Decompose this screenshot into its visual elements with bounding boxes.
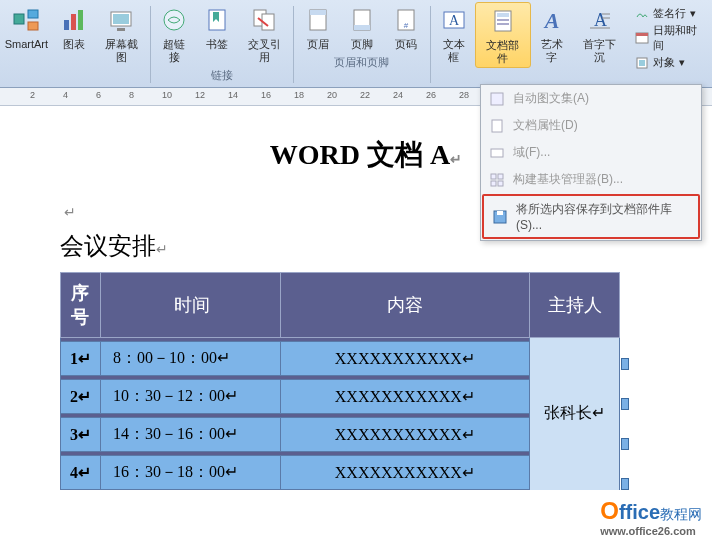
ruler-mark: 12 — [195, 90, 205, 100]
cell-content[interactable]: XXXXXXXXXXX↵ — [280, 380, 530, 414]
links-group-label: 链接 — [153, 66, 291, 87]
svg-rect-38 — [498, 174, 503, 179]
cell-num[interactable]: 4↵ — [61, 456, 101, 490]
svg-rect-37 — [491, 174, 496, 179]
watermark-logo: Office教程网 www.office26.com — [600, 497, 702, 537]
svg-rect-31 — [636, 33, 648, 36]
header-time: 时间 — [100, 273, 280, 338]
cell-time[interactable]: 14：30－16：00↵ — [100, 418, 280, 452]
quickparts-dropdown: 自动图文集(A) 文档属性(D) 域(F)... 构建基块管理器(B)... 将… — [480, 84, 702, 241]
svg-point-9 — [164, 10, 184, 30]
field-icon — [489, 145, 505, 161]
dropcap-button[interactable]: A 首字下沉 — [573, 2, 626, 68]
footer-button[interactable]: 页脚 — [340, 2, 384, 53]
footer-icon — [346, 4, 378, 36]
cell-num[interactable]: 2↵ — [61, 380, 101, 414]
menu-field[interactable]: 域(F)... — [481, 139, 701, 166]
svg-rect-34 — [491, 93, 503, 105]
wordart-icon: A — [536, 4, 568, 36]
schedule-table: 序号 时间 内容 主持人 张科长↵ 1↵ 8：00－10：00↵ XXXXXXX… — [60, 272, 620, 490]
datetime-label: 日期和时间 — [653, 23, 704, 53]
save-icon — [492, 209, 508, 225]
header-label: 页眉 — [307, 38, 329, 51]
svg-text:A: A — [594, 10, 607, 30]
chart-icon — [58, 4, 90, 36]
crossref-label: 交叉引用 — [244, 38, 285, 64]
svg-rect-35 — [492, 120, 502, 132]
bookmark-button[interactable]: 书签 — [196, 2, 238, 66]
ruler-mark: 18 — [294, 90, 304, 100]
ruler-mark: 2 — [30, 90, 35, 100]
wordart-button[interactable]: A 艺术字 — [531, 2, 574, 68]
cell-num[interactable]: 1↵ — [61, 342, 101, 376]
svg-rect-2 — [28, 22, 38, 30]
watermark-suffix: 教程网 — [660, 506, 702, 522]
menu-field-label: 域(F)... — [513, 144, 550, 161]
svg-rect-5 — [78, 10, 83, 30]
svg-text:A: A — [449, 13, 460, 28]
header-button[interactable]: 页眉 — [296, 2, 340, 53]
svg-rect-4 — [71, 14, 76, 30]
pagenum-label: 页码 — [395, 38, 417, 51]
quickparts-label: 文档部件 — [482, 39, 523, 65]
quickparts-button[interactable]: 文档部件 — [475, 2, 530, 68]
datetime-button[interactable]: 日期和时间 — [635, 23, 704, 53]
menu-bborganizer-label: 构建基块管理器(B)... — [513, 171, 623, 188]
screenshot-button[interactable]: 屏幕截图 — [95, 2, 148, 66]
ribbon: SmartArt 图表 屏幕截图 超链接 — [0, 0, 712, 88]
illustrations-group-label — [0, 66, 148, 72]
menu-autotext[interactable]: 自动图文集(A) — [481, 85, 701, 112]
svg-rect-33 — [639, 60, 645, 66]
watermark-o: O — [600, 497, 619, 524]
chart-button[interactable]: 图表 — [53, 2, 95, 66]
host-cell[interactable]: 张科长↵ — [530, 338, 620, 490]
chevron-down-icon: ▾ — [679, 56, 685, 69]
pagenum-icon: # — [390, 4, 422, 36]
docprops-icon — [489, 118, 505, 134]
signature-label: 签名行 — [653, 6, 686, 21]
cell-time[interactable]: 10：30－12：00↵ — [100, 380, 280, 414]
smartart-button[interactable]: SmartArt — [0, 2, 53, 66]
textbox-button[interactable]: A 文本框 — [433, 2, 476, 68]
ruler-mark: 6 — [96, 90, 101, 100]
dropcap-icon: A — [584, 4, 616, 36]
header-host: 主持人 — [530, 273, 620, 338]
object-button[interactable]: 对象 ▾ — [635, 55, 704, 70]
bookmark-label: 书签 — [206, 38, 228, 51]
cell-time[interactable]: 16：30－18：00↵ — [100, 456, 280, 490]
table-header-row: 序号 时间 内容 主持人 — [61, 273, 620, 338]
screenshot-icon — [105, 4, 137, 36]
datetime-icon — [635, 31, 649, 45]
menu-docprops-label: 文档属性(D) — [513, 117, 578, 134]
crossref-icon — [248, 4, 280, 36]
paragraph-mark: ↵ — [156, 242, 168, 257]
signature-button[interactable]: 签名行 ▾ — [635, 6, 704, 21]
watermark-brand: ffice — [619, 501, 660, 523]
cell-content[interactable]: XXXXXXXXXXX↵ — [280, 342, 530, 376]
bborganizer-icon — [489, 172, 505, 188]
svg-text:#: # — [403, 21, 408, 30]
svg-rect-3 — [64, 20, 69, 30]
menu-docprops[interactable]: 文档属性(D) — [481, 112, 701, 139]
cell-num[interactable]: 3↵ — [61, 418, 101, 452]
hyperlink-icon — [158, 4, 190, 36]
svg-text:A: A — [543, 8, 560, 33]
svg-rect-7 — [113, 14, 129, 24]
cell-content[interactable]: XXXXXXXXXXX↵ — [280, 418, 530, 452]
footer-label: 页脚 — [351, 38, 373, 51]
object-label: 对象 — [653, 55, 675, 70]
svg-rect-14 — [310, 10, 326, 15]
screenshot-label: 屏幕截图 — [101, 38, 142, 64]
cell-time[interactable]: 8：00－10：00↵ — [100, 342, 280, 376]
signature-icon — [635, 7, 649, 21]
header-num: 序号 — [61, 273, 101, 338]
ruler-mark: 4 — [63, 90, 68, 100]
svg-rect-22 — [497, 13, 509, 17]
hyperlink-button[interactable]: 超链接 — [153, 2, 196, 66]
ruler-mark: 26 — [426, 90, 436, 100]
menu-savetolib[interactable]: 将所选内容保存到文档部件库(S)... — [484, 196, 698, 237]
cell-content[interactable]: XXXXXXXXXXX↵ — [280, 456, 530, 490]
menu-bborganizer[interactable]: 构建基块管理器(B)... — [481, 166, 701, 193]
pagenum-button[interactable]: # 页码 — [384, 2, 428, 53]
crossref-button[interactable]: 交叉引用 — [238, 2, 291, 66]
